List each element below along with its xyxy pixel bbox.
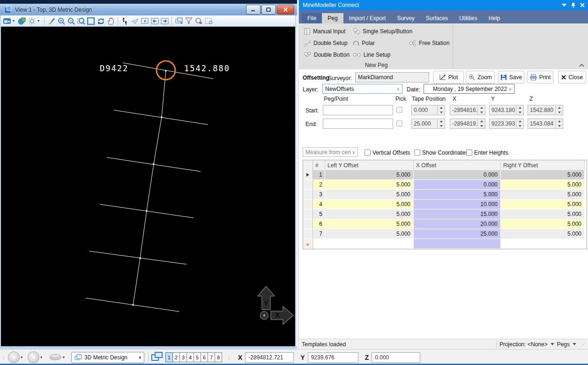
end-y-spinner[interactable]: 9223.393 [489, 119, 524, 129]
end-x-spinner[interactable]: -2894819.6 [450, 119, 485, 129]
view-button-2[interactable]: 2 [172, 352, 180, 362]
table-row[interactable]: 7 [313, 229, 325, 239]
clip-mask-icon[interactable] [194, 17, 203, 25]
dropdown-arrow-icon[interactable]: ▾ [13, 19, 16, 23]
table-row[interactable]: 6 [313, 219, 325, 229]
start-pick-checkbox[interactable] [396, 107, 402, 113]
row-selector[interactable] [303, 170, 313, 180]
row-selector[interactable] [303, 209, 313, 219]
table-row[interactable]: 4 [313, 200, 325, 209]
col-header-num[interactable]: # [313, 160, 325, 171]
col-header-right[interactable]: Right Y Offset [501, 160, 585, 171]
double-setup-button[interactable]: Double Setup [304, 38, 348, 48]
new-row-cell[interactable] [325, 239, 414, 249]
show-coordinates-checkbox[interactable] [414, 149, 420, 156]
end-tape-spinner[interactable]: 25.000 [411, 119, 445, 129]
pin-icon[interactable] [571, 2, 575, 8]
toolbar-grip[interactable]: ⋮ [227, 355, 231, 360]
fit-view-icon[interactable] [87, 17, 95, 25]
new-row-selector[interactable]: * [303, 239, 313, 249]
cell-x-offset[interactable]: 20.000 [414, 219, 501, 229]
cell-left-offset[interactable]: 5.000 [325, 219, 414, 229]
cell-left-offset[interactable]: 5.000 [325, 200, 414, 209]
view-attributes-icon[interactable] [3, 17, 11, 25]
new-row-cell[interactable] [501, 239, 585, 249]
dropdown-arrow-icon[interactable]: ▾ [21, 355, 24, 359]
close-button[interactable] [277, 5, 294, 15]
cell-right-offset[interactable]: 5.000 [501, 190, 585, 200]
cell-x-offset[interactable]: 25.000 [414, 229, 501, 239]
dropdown-arrow-icon[interactable]: ▾ [40, 355, 44, 359]
tab-peg[interactable]: Peg [322, 13, 343, 23]
view-button-6[interactable]: 6 [201, 352, 208, 362]
fly-icon[interactable] [131, 17, 139, 25]
manual-input-button[interactable]: Manual Input [304, 27, 345, 36]
tab-surfaces[interactable]: Surfaces [420, 13, 454, 23]
view-button-7[interactable]: 7 [208, 352, 215, 362]
single-setup-button[interactable]: Single Setup/Button [353, 27, 412, 36]
end-pick-checkbox[interactable] [396, 120, 402, 127]
y-coordinate-field[interactable]: 9239.676 [308, 352, 358, 363]
panel-dropdown-icon[interactable] [562, 4, 566, 7]
cell-x-offset[interactable]: 15.000 [414, 209, 501, 219]
start-y-spinner[interactable]: 9243.180 [489, 105, 524, 115]
cell-x-offset[interactable]: 0.000 [414, 180, 501, 190]
view-groups-icon[interactable] [49, 352, 62, 362]
panel-titlebar[interactable]: MineModeller Connect [299, 0, 588, 10]
free-station-button[interactable]: Free Station [409, 38, 449, 48]
copy-view-icon[interactable] [175, 17, 183, 25]
end-peg-field[interactable] [323, 119, 393, 129]
tab-file[interactable]: File [302, 13, 322, 23]
start-z-spinner[interactable]: 1542.880 [528, 105, 563, 115]
new-row-cell[interactable] [313, 239, 325, 249]
save-button[interactable]: Save [498, 71, 524, 83]
cell-right-offset[interactable]: 5.000 [501, 200, 585, 209]
rotate-view-icon[interactable] [97, 17, 105, 25]
ribbon-collapse-icon[interactable] [579, 62, 584, 68]
design-canvas[interactable]: D94221542.880 Y X [1, 27, 295, 346]
model-selector-icon[interactable] [18, 17, 26, 25]
table-row[interactable]: 1 [313, 170, 325, 180]
view-back-button[interactable] [8, 351, 20, 363]
view-next-icon[interactable] [160, 17, 169, 25]
view-previous-icon[interactable] [150, 17, 159, 25]
close-offsetting-button[interactable]: Close [558, 71, 586, 83]
view-button-5[interactable]: 5 [194, 352, 201, 362]
start-tape-spinner[interactable]: 0.000 [411, 105, 445, 115]
chevron-down-icon[interactable] [551, 343, 554, 345]
dropdown-arrow-icon[interactable]: ▾ [63, 355, 67, 359]
x-coordinate-field[interactable]: -2894812.721 [245, 352, 294, 363]
paintbrush-icon[interactable] [47, 17, 56, 25]
view-display-icon[interactable] [28, 17, 36, 25]
tab-help[interactable]: Help [483, 13, 506, 23]
line-setup-button[interactable]: Line Setup [353, 50, 390, 60]
design-selector-combobox[interactable]: 3D Metric Design ▾ [71, 352, 144, 363]
minimize-button[interactable] [246, 5, 261, 15]
col-header-x[interactable]: X Offset [414, 160, 501, 171]
zoom-in-icon[interactable] [57, 17, 66, 25]
cell-left-offset[interactable]: 5.000 [325, 209, 414, 219]
walk-icon[interactable] [121, 17, 129, 25]
panel-close-icon[interactable] [580, 3, 585, 7]
view-window-titlebar[interactable]: View 1 - Top, 3D Metric Design [0, 4, 297, 16]
layer-combobox[interactable]: NewOffsets ∨ [322, 84, 402, 94]
dropdown-arrow-icon[interactable]: ▾ [37, 19, 41, 23]
cell-left-offset[interactable]: 5.000 [325, 170, 414, 180]
table-row[interactable]: 2 [313, 180, 325, 190]
toolbar-grip[interactable]: ⋮ [1, 355, 6, 360]
maximize-button[interactable] [261, 5, 276, 15]
resize-grip[interactable]: ⋰ [581, 342, 586, 347]
polar-button[interactable]: Polar [353, 38, 375, 48]
table-row[interactable]: 5 [313, 209, 325, 219]
pegs-selector[interactable]: Pegs [557, 341, 570, 348]
row-selector[interactable] [303, 180, 313, 190]
cell-x-offset[interactable]: 10.000 [414, 200, 501, 209]
cell-left-offset[interactable]: 5.000 [325, 229, 414, 239]
print-button[interactable]: Print [527, 71, 553, 83]
z-coordinate-field[interactable]: 0.000 [372, 352, 420, 363]
cell-right-offset[interactable]: 5.000 [501, 209, 585, 219]
start-x-spinner[interactable]: -2894816.6 [450, 105, 485, 115]
table-row[interactable]: 3 [313, 190, 325, 200]
cell-right-offset[interactable]: 5.000 [501, 229, 585, 239]
cell-x-offset[interactable]: 0.000 [414, 170, 501, 180]
